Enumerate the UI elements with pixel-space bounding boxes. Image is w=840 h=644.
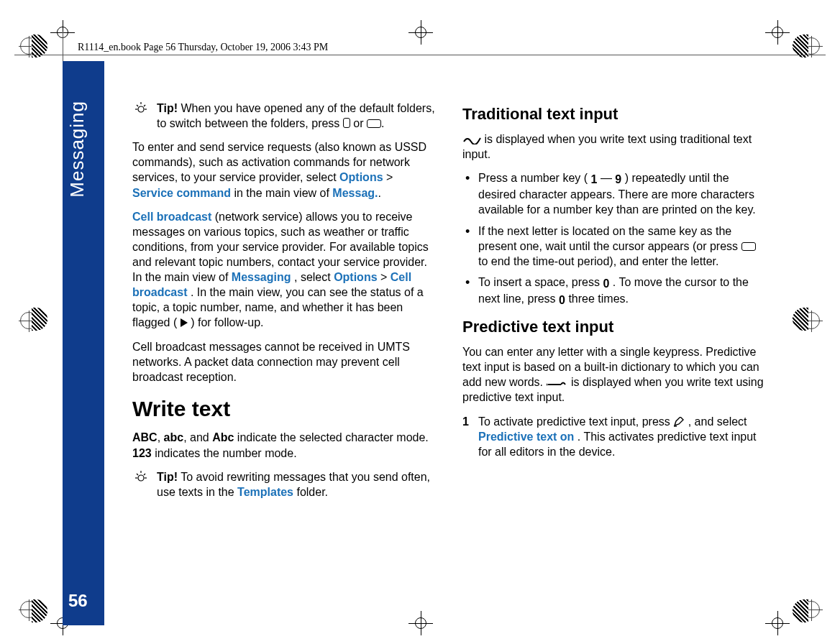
text: >: [380, 271, 391, 283]
text: indicates the number mode.: [152, 447, 297, 459]
text: , and: [183, 431, 212, 443]
text: indicate the selected character mode.: [234, 431, 428, 443]
crosshair-icon: [765, 611, 790, 635]
key-9-icon: 9: [615, 172, 621, 187]
tip-label: Tip!: [157, 102, 178, 114]
svg-line-10: [137, 474, 138, 475]
list-item: 1 To activate predictive text input, pre…: [462, 414, 767, 459]
edit-pencil-icon: [673, 417, 685, 427]
right-column: Traditional text input is displayed when…: [462, 101, 767, 586]
cell-broadcast-paragraph: Cell broadcast (network service) allows …: [132, 209, 437, 331]
umts-note-paragraph: Cell broadcast messages cannot be receiv…: [132, 339, 437, 385]
page-root: R1114_en.book Page 56 Thursday, October …: [0, 0, 840, 644]
text: , and select: [688, 415, 747, 428]
crosshair-icon: [408, 611, 433, 635]
key-0-icon: 0: [559, 293, 565, 308]
text: —: [601, 172, 615, 184]
svg-point-0: [138, 106, 144, 112]
text: To insert a space, press: [478, 276, 603, 288]
traditional-indicator-paragraph: is displayed when you write text using t…: [462, 132, 767, 162]
mode-abc-lower: abc: [164, 431, 184, 443]
softkey-icon: [343, 118, 350, 128]
list-item: If the next letter is located on the sam…: [462, 224, 767, 269]
char-mode-paragraph: ABC, abc, and Abc indicate the selected …: [132, 430, 437, 460]
pencil-line-icon: [547, 379, 568, 387]
flag-icon: [181, 318, 188, 327]
tip-end: .: [381, 117, 384, 129]
write-text-heading: Write text: [132, 395, 437, 423]
service-requests-paragraph: To enter and send service requests (also…: [132, 139, 437, 200]
text: in the main view of: [234, 187, 332, 199]
key-0-icon: 0: [603, 276, 609, 291]
binder-mark-icon: [32, 308, 47, 331]
tip-block: Tip! To avoid rewriting messages that yo…: [132, 469, 437, 500]
list-item: To insert a space, press 0 . To move the…: [462, 275, 767, 308]
service-command-link: Service command: [132, 187, 231, 199]
predictive-steps-list: 1 To activate predictive text input, pre…: [462, 414, 767, 459]
section-label: Messaging: [66, 101, 88, 198]
text: to end the time-out period), and enter t…: [478, 255, 718, 267]
text: folder.: [293, 486, 328, 498]
text: ,: [158, 431, 164, 443]
content-area: Tip! When you have opened any of the def…: [132, 101, 767, 586]
page-number: 56: [68, 591, 88, 611]
text: >: [386, 171, 393, 183]
tip-or: or: [350, 117, 367, 129]
left-column: Tip! When you have opened any of the def…: [132, 101, 437, 586]
cell-broadcast-link: Cell broadcast: [132, 211, 211, 223]
lightbulb-icon: [134, 471, 148, 484]
traditional-input-heading: Traditional text input: [462, 104, 767, 124]
binder-mark-icon: [793, 308, 808, 331]
messaging-link: Messaging: [232, 271, 291, 283]
svg-point-13: [547, 384, 548, 386]
text: three times.: [568, 293, 629, 305]
predictive-input-heading: Predictive text input: [462, 316, 767, 337]
tip-text: When you have opened any of the default …: [157, 102, 435, 129]
text: Press a number key (: [478, 172, 588, 184]
lightbulb-icon: [134, 102, 148, 115]
key-1-icon: 1: [591, 172, 598, 187]
scroll-key-icon: [741, 242, 756, 251]
mode-abc-cap: Abc: [212, 431, 234, 443]
text: To activate predictive text input, press: [478, 415, 673, 428]
text: is displayed when you write text using t…: [462, 133, 752, 160]
mode-abc-upper: ABC: [132, 431, 158, 443]
text: ) for follow-up.: [191, 316, 263, 328]
tip-block: Tip! When you have opened any of the def…: [132, 101, 437, 131]
predictive-text-on-link: Predictive text on: [478, 431, 574, 443]
traditional-steps-list: Press a number key ( 1 — 9 ) repeatedly …: [462, 170, 767, 308]
book-header: R1114_en.book Page 56 Thursday, October …: [78, 42, 328, 53]
tip-label: Tip!: [157, 471, 178, 483]
top-rule: [14, 55, 826, 55]
svg-line-5: [144, 105, 145, 106]
options-link: Options: [334, 271, 377, 283]
predictive-indicator-paragraph: You can enter any letter with a single k…: [462, 344, 767, 405]
messaging-link: Messag.: [332, 187, 378, 199]
options-link: Options: [339, 171, 383, 183]
text: , select: [294, 271, 334, 283]
step-number: 1: [462, 414, 469, 429]
binder-mark-icon: [793, 599, 808, 622]
crosshair-icon: [765, 20, 790, 45]
text: .: [378, 187, 381, 199]
crosshair-icon: [408, 20, 433, 45]
softkey-icon: [367, 119, 381, 128]
text: If the next letter is located on the sam…: [478, 225, 741, 252]
mode-123: 123: [132, 447, 152, 459]
templates-link: Templates: [237, 486, 293, 498]
list-item: Press a number key ( 1 — 9 ) repeatedly …: [462, 170, 767, 217]
svg-line-11: [144, 474, 145, 475]
svg-point-6: [138, 475, 144, 481]
svg-line-4: [137, 105, 138, 106]
binder-mark-icon: [32, 599, 47, 622]
pencil-wave-icon: [462, 134, 481, 144]
